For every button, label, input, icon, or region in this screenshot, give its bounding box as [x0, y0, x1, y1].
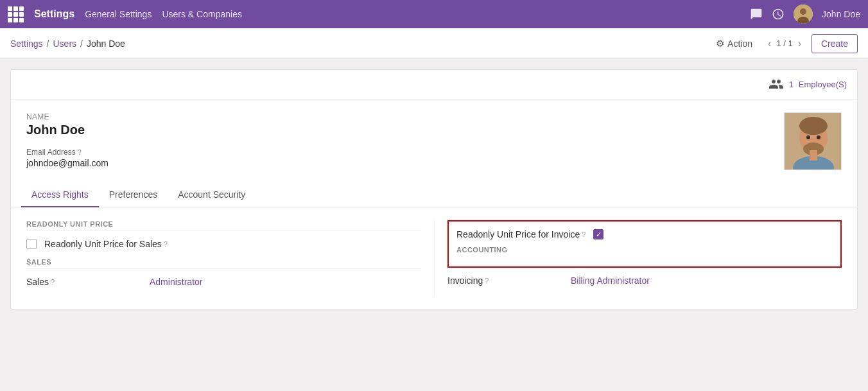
employee-bar: 1 Employee(S) [11, 70, 857, 100]
action-label: Action [727, 39, 752, 49]
app-name: Settings [34, 8, 74, 20]
tab-account-security[interactable]: Account Security [168, 183, 256, 207]
main-content: 1 Employee(S) Name John Doe Email Addres… [0, 59, 868, 320]
employee-count-number: 1 [789, 80, 794, 89]
email-field-label: Email Address ? [26, 148, 774, 157]
svg-point-8 [817, 135, 820, 139]
readonly-unit-price-invoice-help-icon[interactable]: ? [582, 230, 586, 238]
readonly-unit-price-sales-row: Readonly Unit Price for Sales ? [26, 239, 421, 249]
access-rights-content: READONLY UNIT PRICE Readonly Unit Price … [11, 207, 857, 309]
nav-users-companies[interactable]: Users & Companies [162, 9, 242, 19]
employees-icon [768, 76, 784, 92]
pager-next-button[interactable]: › [795, 37, 804, 51]
right-column: Readonly Unit Price for Invoice ? ✓ ACCO… [434, 220, 842, 296]
svg-point-5 [799, 117, 828, 135]
employee-count[interactable]: 1 Employee(S) [768, 76, 847, 92]
action-button[interactable]: ⚙ Action [711, 35, 758, 52]
breadcrumb-current: John Doe [87, 39, 125, 49]
readonly-unit-price-sales-checkbox[interactable] [26, 239, 37, 249]
sales-section-header: SALES [26, 258, 421, 269]
user-avatar-nav[interactable] [794, 4, 813, 24]
breadcrumb-sep-1: / [47, 39, 49, 49]
name-field-label: Name [26, 112, 774, 121]
user-info-section: Name John Doe Email Address ? johndoe@gm… [11, 100, 857, 183]
left-column: READONLY UNIT PRICE Readonly Unit Price … [26, 220, 434, 296]
sales-help-icon[interactable]: ? [51, 278, 55, 286]
user-name-nav: John Doe [822, 9, 860, 19]
invoicing-field-label: Invoicing ? [447, 275, 563, 286]
sales-field-row: Sales ? Administrator [26, 277, 421, 287]
pager-count: 1 / 1 [776, 39, 792, 48]
readonly-unit-price-invoice-checkbox[interactable]: ✓ [593, 229, 603, 239]
fields-grid: READONLY UNIT PRICE Readonly Unit Price … [26, 220, 842, 296]
highlight-box: Readonly Unit Price for Invoice ? ✓ ACCO… [447, 220, 842, 268]
apps-grid-icon[interactable] [8, 6, 24, 22]
create-button[interactable]: Create [812, 34, 858, 53]
svg-point-7 [806, 135, 810, 139]
email-help-icon[interactable]: ? [78, 148, 82, 156]
breadcrumb-sep-2: / [80, 39, 83, 49]
sales-field-value: Administrator [150, 277, 202, 287]
svg-point-1 [800, 8, 806, 15]
readonly-unit-price-sales-help-icon[interactable]: ? [164, 240, 168, 248]
user-photo [784, 112, 842, 170]
readonly-unit-price-sales-label: Readonly Unit Price for Sales ? [44, 239, 168, 249]
readonly-unit-price-header: READONLY UNIT PRICE [26, 220, 421, 231]
user-card: 1 Employee(S) Name John Doe Email Addres… [10, 69, 858, 309]
sales-field-label: Sales ? [26, 277, 142, 287]
sub-header: Settings / Users / John Doe ⚙ Action ‹ 1… [0, 28, 868, 59]
nav-general-settings[interactable]: General Settings [85, 9, 152, 19]
employee-count-label: Employee(S) [799, 80, 847, 89]
clock-icon[interactable] [772, 8, 785, 21]
toolbar-actions: ⚙ Action ‹ 1 / 1 › Create [711, 34, 858, 53]
email-field-value: johndoe@gmail.com [26, 158, 774, 168]
gear-icon: ⚙ [716, 38, 724, 49]
pager: ‹ 1 / 1 › [765, 37, 804, 51]
invoicing-field-row: Invoicing ? Billing Administrator [447, 275, 842, 286]
user-photo-placeholder [785, 113, 842, 170]
svg-rect-10 [810, 150, 817, 161]
invoicing-field-value: Billing Administrator [571, 275, 650, 286]
tabs: Access Rights Preferences Account Securi… [11, 183, 857, 207]
name-field-value: John Doe [26, 123, 774, 137]
breadcrumb: Settings / Users / John Doe [10, 39, 125, 49]
nav-icons: John Doe [750, 4, 860, 24]
tab-access-rights[interactable]: Access Rights [21, 183, 99, 207]
readonly-unit-price-invoice-row: Readonly Unit Price for Invoice ? ✓ [456, 229, 833, 239]
message-icon[interactable] [750, 8, 763, 21]
pager-prev-button[interactable]: ‹ [765, 37, 774, 51]
tab-preferences[interactable]: Preferences [99, 183, 168, 207]
top-nav: Settings General Settings Users & Compan… [0, 0, 868, 28]
accounting-section-header: ACCOUNTING [456, 246, 833, 254]
breadcrumb-users[interactable]: Users [53, 39, 76, 49]
invoicing-help-icon[interactable]: ? [485, 277, 489, 284]
readonly-unit-price-invoice-label: Readonly Unit Price for Invoice ? [456, 229, 586, 239]
user-fields: Name John Doe Email Address ? johndoe@gm… [26, 112, 774, 170]
breadcrumb-settings[interactable]: Settings [10, 39, 43, 49]
